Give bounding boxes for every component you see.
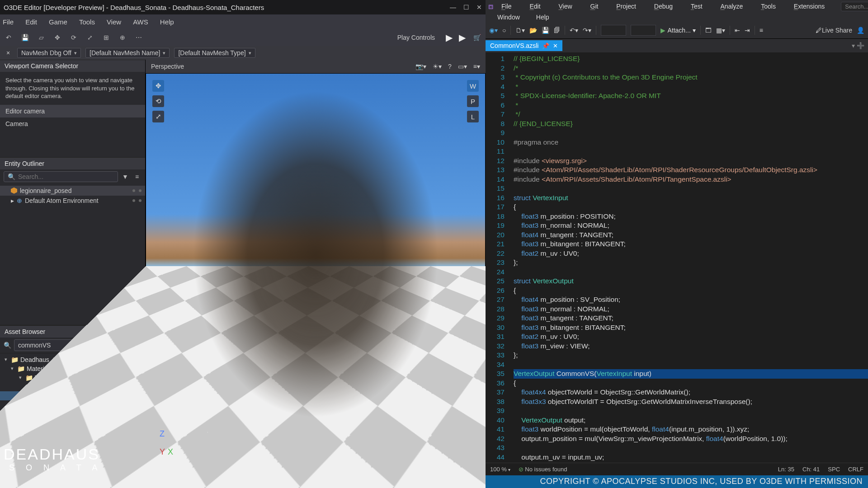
menu-view[interactable]: View bbox=[107, 18, 121, 26]
menu-icon[interactable]: ≡▾ bbox=[473, 63, 480, 70]
vp-move-icon[interactable]: ✥ bbox=[152, 80, 164, 92]
vp-rotate-icon[interactable]: ⟲ bbox=[152, 95, 164, 107]
undo-icon[interactable]: ↶ bbox=[4, 33, 14, 42]
aspect-icon[interactable]: ▭▾ bbox=[458, 63, 467, 70]
o3de-titlebar: O3DE Editor [Developer Preview] - Deadha… bbox=[0, 0, 486, 14]
menu-edit[interactable]: Edit bbox=[25, 18, 37, 26]
tool-icon[interactable]: ▦▾ bbox=[716, 27, 725, 34]
menu-debug[interactable]: Debug bbox=[654, 3, 673, 10]
vs-tab-active[interactable]: CommonVS.azsli 📌 ✕ bbox=[486, 40, 562, 51]
cart-icon[interactable]: 🛒 bbox=[472, 33, 482, 42]
sort-icon[interactable]: ≡ bbox=[132, 172, 142, 181]
entity-name: Default Atom Environment bbox=[25, 197, 99, 204]
vp-scale-icon[interactable]: ⤢ bbox=[152, 111, 164, 122]
menu-edit[interactable]: Edit bbox=[529, 3, 540, 10]
menu-file[interactable]: File bbox=[3, 18, 14, 26]
menu-tools[interactable]: Tools bbox=[79, 18, 95, 26]
account-icon[interactable]: 👤 bbox=[857, 27, 864, 34]
sun-icon[interactable]: ☀▾ bbox=[433, 63, 442, 70]
entity-row[interactable]: legionnaire_posed bbox=[0, 186, 145, 196]
entity-tree: legionnaire_posed ▸⊕ Default Atom Enviro… bbox=[0, 184, 145, 207]
platform-dropdown[interactable] bbox=[631, 25, 656, 36]
close-tab-icon[interactable]: ✕ bbox=[553, 42, 558, 49]
navmesh-type-dropdown[interactable]: [Default NavMesh Type] bbox=[174, 48, 255, 58]
tool-icon[interactable]: ⇥ bbox=[745, 27, 750, 34]
undo-icon[interactable]: ↶▾ bbox=[570, 27, 578, 34]
menu-help[interactable]: Help bbox=[536, 14, 549, 21]
camera-item-camera[interactable]: Camera bbox=[0, 117, 145, 130]
menu-project[interactable]: Project bbox=[616, 3, 636, 10]
new-icon[interactable]: 🗋▾ bbox=[515, 27, 525, 34]
navmesh-name-dropdown[interactable]: [Default NavMesh Name] bbox=[85, 48, 170, 58]
save-icon[interactable]: 💾 bbox=[542, 27, 549, 34]
menu-file[interactable]: File bbox=[501, 3, 512, 10]
vs-tabs: CommonVS.azsli 📌 ✕ ▾ ➕ bbox=[486, 39, 868, 52]
tab-overflow-icon[interactable]: ▾ ➕ bbox=[848, 42, 868, 49]
move-icon[interactable]: ✥ bbox=[52, 33, 62, 42]
vs-statusbar: 100 % ⊘ No issues found Ln: 35 Ch: 41 SP… bbox=[486, 463, 868, 475]
save-icon[interactable]: 💾 bbox=[20, 33, 30, 42]
vs-editor[interactable]: 1 2 3 4 5 6 7 8 9 10 11 12 13 14 15 16 1… bbox=[486, 52, 868, 463]
pin-icon[interactable]: 📌 bbox=[542, 42, 549, 49]
camera-item-editor[interactable]: Editor camera bbox=[0, 105, 145, 117]
help-icon[interactable]: ? bbox=[448, 63, 452, 70]
o3de-window: O3DE Editor [Developer Preview] - Deadha… bbox=[0, 0, 486, 488]
menu-analyze[interactable]: Analyze bbox=[721, 3, 743, 10]
menu-extensions[interactable]: Extensions bbox=[794, 3, 825, 10]
menu-aws[interactable]: AWS bbox=[133, 18, 148, 26]
config-dropdown[interactable] bbox=[601, 25, 626, 36]
play-icon[interactable]: ▶ bbox=[446, 32, 453, 43]
vp-local-icon[interactable]: L bbox=[467, 111, 479, 122]
globe-icon: ⊕ bbox=[17, 197, 22, 204]
menu-test[interactable]: Test bbox=[691, 3, 703, 10]
vp-world-icon[interactable]: W bbox=[467, 80, 479, 92]
vs-tab-label: CommonVS.azsli bbox=[490, 42, 538, 49]
tool-icon[interactable]: ⇤ bbox=[735, 27, 740, 34]
minimize-icon[interactable]: — bbox=[450, 4, 456, 11]
open-icon[interactable]: 📂 bbox=[529, 27, 537, 34]
close-icon[interactable]: ✕ bbox=[476, 4, 482, 11]
entity-name: legionnaire_posed bbox=[20, 187, 71, 194]
entity-search-input[interactable] bbox=[18, 173, 114, 180]
navmesh-dbg-dropdown[interactable]: NavMesh Dbg Off bbox=[17, 48, 81, 58]
maximize-icon[interactable]: ☐ bbox=[463, 4, 469, 11]
camera-icon[interactable]: 📷▾ bbox=[415, 63, 426, 70]
zoom-level[interactable]: 100 % bbox=[490, 466, 510, 473]
attach-button[interactable]: ▶Attach...▾ bbox=[660, 27, 695, 34]
filter-icon[interactable]: ▼ bbox=[121, 172, 130, 181]
menu-help[interactable]: Help bbox=[160, 18, 174, 26]
menu-tools[interactable]: Tools bbox=[761, 3, 776, 10]
more-icon[interactable]: ⋯ bbox=[134, 33, 144, 42]
menu-window[interactable]: Window bbox=[497, 14, 520, 21]
snap-icon[interactable]: ⊞ bbox=[101, 33, 111, 42]
scale-icon[interactable]: ⤢ bbox=[85, 33, 95, 42]
vp-parent-icon[interactable]: P bbox=[467, 95, 479, 107]
nav-fwd-icon[interactable]: ○ bbox=[502, 27, 506, 34]
vs-search[interactable]: Search... 🔍 bbox=[841, 2, 868, 11]
save-all-icon[interactable]: 🗐 bbox=[554, 27, 560, 34]
entity-row[interactable]: ▸⊕ Default Atom Environment bbox=[0, 196, 145, 206]
play-controls-label: Play Controls bbox=[397, 34, 435, 41]
viewport: Perspective 📷▾ ☀▾ ? ▭▾ ≡▾ ✥ ⟲ ⤢ bbox=[146, 60, 486, 475]
select-icon[interactable]: ▱ bbox=[36, 33, 46, 42]
menu-view[interactable]: View bbox=[559, 3, 572, 10]
nav-back-icon[interactable]: ◉▾ bbox=[489, 27, 498, 34]
play-sim-icon[interactable]: ▶ bbox=[459, 32, 466, 43]
eol-mode: CRLF bbox=[848, 466, 863, 473]
camera-panel-info: Select the camera you wish to view and n… bbox=[0, 72, 145, 105]
menu-game[interactable]: Game bbox=[49, 18, 67, 26]
redo-icon[interactable]: ↷▾ bbox=[583, 27, 591, 34]
menu-git[interactable]: Git bbox=[590, 3, 599, 10]
tool-icon[interactable]: ≡ bbox=[760, 27, 763, 34]
globe-icon[interactable]: ⊕ bbox=[118, 33, 127, 42]
live-share[interactable]: 🖉 Live Share bbox=[816, 27, 852, 34]
o3de-menubar: FileEditGameToolsViewAWSHelp bbox=[0, 14, 486, 29]
rotate-icon[interactable]: ⟳ bbox=[69, 33, 79, 42]
nav-close-icon[interactable]: × bbox=[4, 49, 13, 56]
navmesh-bar: × NavMesh Dbg Off [Default NavMesh Name]… bbox=[0, 46, 486, 60]
code-area[interactable]: // {BEGIN_LICENSE} /* * Copyright (c) Co… bbox=[509, 52, 868, 463]
o3de-title-text: O3DE Editor [Developer Preview] - Deadha… bbox=[4, 4, 446, 11]
viewport-canvas[interactable]: ✥ ⟲ ⤢ W P L ZYX bbox=[146, 73, 486, 475]
tool-icon[interactable]: 🗔 bbox=[705, 27, 712, 34]
entity-search[interactable]: 🔍 bbox=[4, 171, 118, 182]
